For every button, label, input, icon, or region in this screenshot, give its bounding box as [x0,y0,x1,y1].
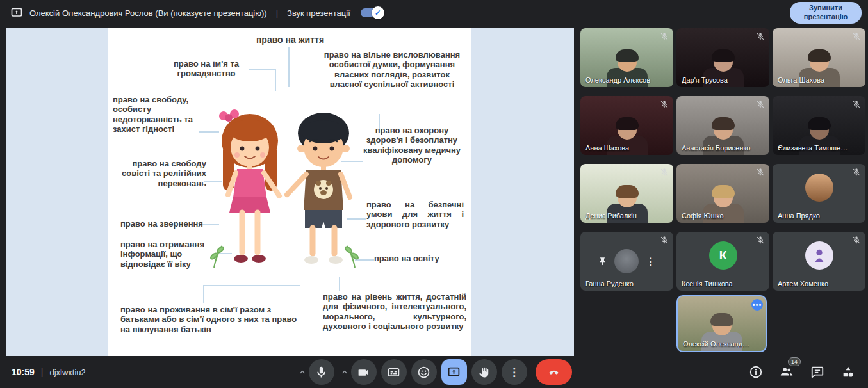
mic-off-icon [660,32,669,41]
participant-name: Софія Юшко [682,212,754,220]
chat-button[interactable] [810,364,826,380]
mic-off-icon [852,236,861,245]
camera-options-chevron[interactable] [339,359,350,385]
mic-icon [315,366,328,379]
avatar-figure [812,247,826,264]
pin-icon[interactable] [598,257,607,266]
participant-tile[interactable]: Олександр Алєксов [580,28,673,87]
slide-label-information: право на отримання інформації, що відпов… [120,239,218,269]
participant-tile[interactable]: Анастасія Борисенко [676,96,769,155]
reactions-button[interactable] [411,359,437,385]
participant-tile[interactable]: Денис Рибалкін [580,164,673,223]
present-button[interactable] [441,359,467,385]
stop-presentation-button[interactable]: Зупинити презентацію [790,2,862,24]
activities-icon [841,365,855,379]
phone-down-icon [547,366,561,379]
presentation-stage: право на життя право на ім'я та громадян… [6,28,574,356]
top-bar: Олексій Олександрович Рослов (Ви (показу… [0,0,868,26]
participant-name: Анна Прядко [778,212,850,220]
presenting-screen-icon [10,6,23,19]
participant-name: Ганна Руденко [585,280,658,287]
meeting-meta: 10:59 | djxlwxtiu2 [12,367,86,377]
slide-label-standard: право на рівень життя, достатній для фіз… [323,292,466,331]
captions-button[interactable] [381,359,407,385]
meeting-code: djxlwxtiu2 [49,368,85,377]
participant-tile[interactable]: Софія Юшко [676,164,769,223]
avatar [805,174,833,202]
raise-hand-button[interactable] [471,359,497,385]
girl-figure [219,109,279,263]
avatar: К [709,241,737,270]
mic-off-icon [756,168,765,177]
presentation-sound-toggle[interactable]: ✓ [361,8,382,17]
participant-name: Єлизавета Тимошенко [778,144,850,152]
participants-button[interactable]: 14 [780,364,795,380]
clock-time: 10:59 [12,367,35,377]
emoji-icon [417,366,430,379]
participant-count-badge: 14 [788,357,801,366]
panel-controls: 14 [749,364,856,380]
boy-figure [287,113,350,264]
more-options-button[interactable]: ⋮ [502,359,527,385]
avatar [805,241,833,270]
tile-options-badge[interactable]: ••• [751,299,763,311]
participant-tile[interactable]: К Ксенія Тишкова [676,232,769,291]
participant-tile[interactable]: ⋮ Ганна Руденко [580,232,673,291]
info-icon [749,365,763,379]
presenter-label: Олексій Олександрович Рослов (Ви (показу… [29,8,267,18]
participant-tile[interactable]: Дар'я Трусова [676,28,769,87]
participant-name: Дар'я Трусова [682,76,754,84]
slide-label-freedom: право на свободу, особисту недоторканніс… [113,95,204,134]
mic-off-icon [852,32,861,41]
slide-label-family: право на проживання в сім'ї разом з бать… [120,305,300,334]
presentation-slide: право на життя право на ім'я та громадян… [108,28,471,356]
chat-icon [810,365,824,379]
participant-name: Олексій Олександров... [683,340,750,348]
mic-off-icon [660,168,669,177]
mic-off-icon [852,168,861,177]
mic-off-icon [756,100,765,109]
present-icon [447,366,461,379]
slide-label-education: право на освіту [374,254,457,263]
participant-name: Ольга Шахова [778,76,850,84]
participant-name: Ксенія Тишкова [682,280,754,287]
tile-menu-icon[interactable]: ⋮ [646,255,656,268]
slide-label-expression: право на вільне висловлювання особистої … [319,50,465,89]
mic-off-icon [756,32,765,41]
presentation-sound-label: Звук презентації [287,8,350,18]
camera-button[interactable] [351,359,377,385]
participant-name: Анна Шахова [585,144,658,152]
participant-name: Анастасія Борисенко [682,144,754,152]
children-illustration [204,100,364,292]
mic-options-chevron[interactable] [297,359,308,385]
meta-divider: | [41,367,44,377]
toggle-check-icon: ✓ [372,6,384,19]
mic-off-icon [660,236,669,245]
people-icon [780,365,794,379]
end-call-button[interactable] [536,359,572,385]
slide-label-conscience: право на свободу совісті та релігійних п… [115,159,206,188]
hand-icon [477,366,491,379]
mic-off-icon [660,100,669,109]
participant-tile[interactable]: Анна Шахова [580,96,673,155]
slide-label-life: право на життя [223,35,357,45]
participant-name: Артем Хоменко [778,280,850,287]
participant-tile[interactable]: Анна Прядко [773,164,865,223]
captions-icon [387,366,400,379]
self-tile[interactable]: ••• Олексій Олександров... [676,295,767,352]
mic-button[interactable] [309,359,334,385]
participant-name: Денис Рибалкін [585,212,658,220]
participant-name: Олександр Алєксов [585,76,658,84]
meeting-details-button[interactable] [749,364,764,380]
participant-tile[interactable]: Єлизавета Тимошенко [773,96,865,155]
slide-label-appeal: право на звернення [120,219,210,229]
activities-button[interactable] [841,364,856,380]
camera-icon [357,366,370,379]
bottom-control-bar: 10:59 | djxlwxtiu2 ⋮ 14 [0,356,868,388]
participant-tile[interactable]: Артем Хоменко [773,232,865,291]
participants-grid: Олександр Алєксов Дар'я Трусова Ольга Ша… [580,28,865,291]
mic-off-icon [852,100,861,109]
participant-tile[interactable]: Ольга Шахова [773,28,865,87]
slide-label-health: право на охорону здоров'я і безоплатну к… [359,125,465,165]
slide-label-safety: право на безпечні умови для життя і здор… [366,200,464,229]
